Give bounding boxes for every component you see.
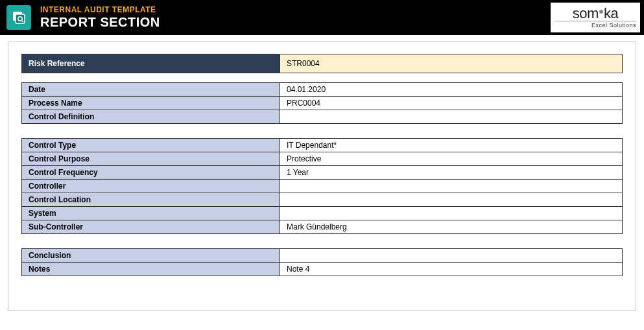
footer-group: Conclusion Notes Note 4 [21,248,623,276]
control-purpose-row: Control Purpose Protective [21,152,623,166]
meta-group: Date 04.01.2020 Process Name PRC0004 Con… [21,82,623,124]
app-header: INTERNAL AUDIT TEMPLATE REPORT SECTION s… [0,0,644,35]
process-name-value[interactable]: PRC0004 [280,97,622,110]
app-logo-icon [6,5,31,30]
header-super-title: INTERNAL AUDIT TEMPLATE [40,6,160,14]
control-group: Control Type IT Dependant* Control Purpo… [21,138,623,234]
conclusion-row: Conclusion [21,248,623,263]
control-location-row: Control Location [21,193,623,207]
control-location-label: Control Location [22,193,280,206]
report-sheet: Risk Reference STR0004 Date 04.01.2020 P… [8,41,636,311]
control-frequency-value[interactable]: 1 Year [280,166,622,179]
conclusion-label: Conclusion [22,249,280,262]
brand-dot-icon [599,10,603,14]
brand-subtitle: Excel Solutions [555,21,636,29]
sub-controller-value[interactable]: Mark Gündelberg [280,220,622,233]
sub-controller-row: Sub-Controller Mark Gündelberg [21,220,623,234]
controller-row: Controller [21,179,623,193]
risk-reference-label: Risk Reference [22,54,280,73]
control-definition-value[interactable] [280,110,622,123]
header-titles: INTERNAL AUDIT TEMPLATE REPORT SECTION [40,6,160,29]
brand-name: somka [573,6,618,21]
notes-value[interactable]: Note 4 [280,263,622,276]
control-purpose-label: Control Purpose [22,152,280,165]
system-value[interactable] [280,207,622,220]
process-name-row: Process Name PRC0004 [21,96,623,110]
brand-name-p2: ka [604,5,618,21]
header-main-title: REPORT SECTION [40,15,160,29]
control-location-value[interactable] [280,193,622,206]
risk-reference-group: Risk Reference STR0004 [21,54,623,73]
brand-box: somka Excel Solutions [551,3,640,32]
brand-name-p1: som [573,5,599,21]
controller-label: Controller [22,180,280,193]
control-definition-label: Control Definition [22,110,280,123]
sub-controller-label: Sub-Controller [22,220,280,233]
control-purpose-value[interactable]: Protective [280,152,622,165]
date-label: Date [22,83,280,96]
control-frequency-label: Control Frequency [22,166,280,179]
conclusion-value[interactable] [280,249,622,262]
controller-value[interactable] [280,180,622,193]
date-row: Date 04.01.2020 [21,82,623,97]
control-frequency-row: Control Frequency 1 Year [21,165,623,180]
system-label: System [22,207,280,220]
control-type-label: Control Type [22,139,280,152]
date-value[interactable]: 04.01.2020 [280,83,622,96]
process-name-label: Process Name [22,97,280,110]
control-type-row: Control Type IT Dependant* [21,138,623,152]
system-row: System [21,206,623,220]
control-type-value[interactable]: IT Dependant* [280,139,622,152]
risk-reference-row: Risk Reference STR0004 [21,54,623,73]
notes-row: Notes Note 4 [21,262,623,276]
control-definition-row: Control Definition [21,110,623,124]
risk-reference-value[interactable]: STR0004 [280,54,622,73]
notes-label: Notes [22,263,280,276]
